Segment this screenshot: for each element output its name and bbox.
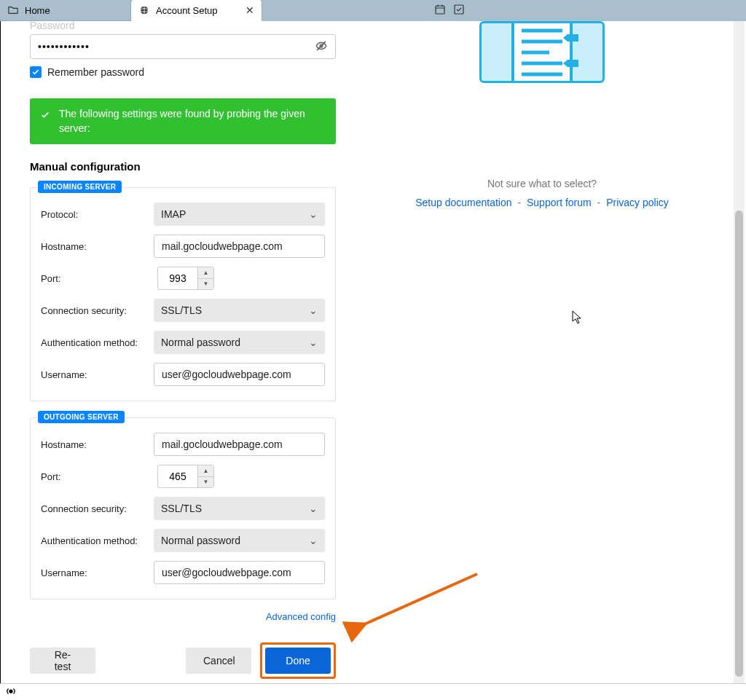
- window-controls: [641, 0, 746, 21]
- in-auth-select[interactable]: Normal password⌄: [154, 331, 325, 354]
- in-hostname-input[interactable]: mail.gocloudwebpage.com: [154, 235, 325, 258]
- tab-home-label: Home: [25, 5, 50, 16]
- privacy-policy-link[interactable]: Privacy policy: [606, 197, 669, 208]
- out-auth-select[interactable]: Normal password⌄: [154, 529, 325, 552]
- scroll-thumb[interactable]: [735, 211, 743, 677]
- password-value: ••••••••••••: [38, 41, 90, 52]
- out-auth-label: Authentication method:: [41, 535, 154, 546]
- manual-config-title: Manual configuration: [30, 160, 336, 173]
- banner-text: The following settings were found by pro…: [59, 107, 326, 135]
- retest-button[interactable]: Re-test: [30, 648, 95, 674]
- out-conn-label: Connection security:: [41, 503, 154, 514]
- cancel-button[interactable]: Cancel: [186, 648, 251, 674]
- tasks-icon[interactable]: [453, 4, 465, 17]
- checkbox-checked-icon: [30, 66, 42, 78]
- remember-password-checkbox[interactable]: Remember password: [30, 66, 336, 78]
- in-conn-select[interactable]: SSL/TLS⌄: [154, 299, 325, 322]
- outgoing-server-group: OUTGOING SERVER Hostname: mail.gocloudwe…: [30, 417, 336, 599]
- activity-icon[interactable]: [6, 686, 16, 699]
- chevron-down-icon: ⌄: [309, 503, 318, 514]
- in-port-label: Port:: [41, 273, 157, 284]
- setup-doc-link[interactable]: Setup documentation: [415, 197, 511, 208]
- svg-point-21: [9, 689, 12, 693]
- incoming-server-group: INCOMING SERVER Protocol: IMAP⌄ Hostname…: [30, 187, 336, 401]
- out-hostname-input[interactable]: mail.gocloudwebpage.com: [154, 433, 325, 456]
- password-label: Password: [30, 21, 336, 31]
- help-question: Not sure what to select?: [487, 178, 597, 189]
- spinner-icon[interactable]: ▲▼: [197, 465, 213, 487]
- chevron-down-icon: ⌄: [309, 535, 318, 546]
- out-hostname-label: Hostname:: [41, 439, 154, 450]
- protocol-select[interactable]: IMAP⌄: [154, 202, 325, 226]
- in-hostname-label: Hostname:: [41, 241, 154, 252]
- svg-rect-3: [436, 6, 444, 14]
- tab-home[interactable]: Home: [0, 0, 131, 21]
- in-user-input[interactable]: user@gocloudwebpage.com: [154, 363, 325, 386]
- statusbar: [0, 683, 746, 700]
- in-port-input[interactable]: 993▲▼: [157, 267, 214, 290]
- folder-icon: [7, 4, 19, 16]
- protocol-label: Protocol:: [41, 209, 154, 220]
- done-highlight: Done: [260, 642, 336, 679]
- out-port-label: Port:: [41, 471, 157, 482]
- globe-icon: [138, 4, 150, 16]
- chevron-down-icon: ⌄: [309, 208, 318, 220]
- check-icon: [40, 110, 50, 135]
- illustration: [479, 21, 605, 83]
- titlebar: Home Account Setup ✕: [0, 0, 746, 21]
- out-conn-select[interactable]: SSL/TLS⌄: [154, 497, 325, 520]
- out-user-input[interactable]: user@gocloudwebpage.com: [154, 561, 325, 584]
- spinner-icon[interactable]: ▲▼: [197, 267, 213, 289]
- incoming-tag: INCOMING SERVER: [38, 181, 122, 193]
- svg-rect-7: [455, 5, 463, 14]
- success-banner: The following settings were found by pro…: [30, 98, 336, 144]
- chevron-down-icon: ⌄: [309, 337, 318, 348]
- in-auth-label: Authentication method:: [41, 337, 154, 348]
- eye-slash-icon[interactable]: [315, 39, 328, 55]
- in-user-label: Username:: [41, 369, 154, 380]
- advanced-config-link[interactable]: Advanced config: [266, 611, 336, 622]
- tab-account-setup[interactable]: Account Setup ✕: [131, 0, 262, 21]
- support-forum-link[interactable]: Support forum: [527, 197, 592, 208]
- out-user-label: Username:: [41, 567, 154, 578]
- password-input[interactable]: ••••••••••••: [30, 34, 336, 59]
- remember-label: Remember password: [47, 66, 144, 78]
- vertical-scrollbar[interactable]: [734, 21, 745, 683]
- tab-setup-label: Account Setup: [156, 5, 218, 16]
- chevron-down-icon: ⌄: [309, 304, 318, 316]
- calendar-icon[interactable]: [434, 4, 446, 17]
- close-tab-icon[interactable]: ✕: [246, 4, 254, 16]
- in-conn-label: Connection security:: [41, 305, 154, 316]
- done-button[interactable]: Done: [265, 648, 331, 674]
- out-port-input[interactable]: 465▲▼: [157, 465, 214, 488]
- outgoing-tag: OUTGOING SERVER: [38, 411, 125, 423]
